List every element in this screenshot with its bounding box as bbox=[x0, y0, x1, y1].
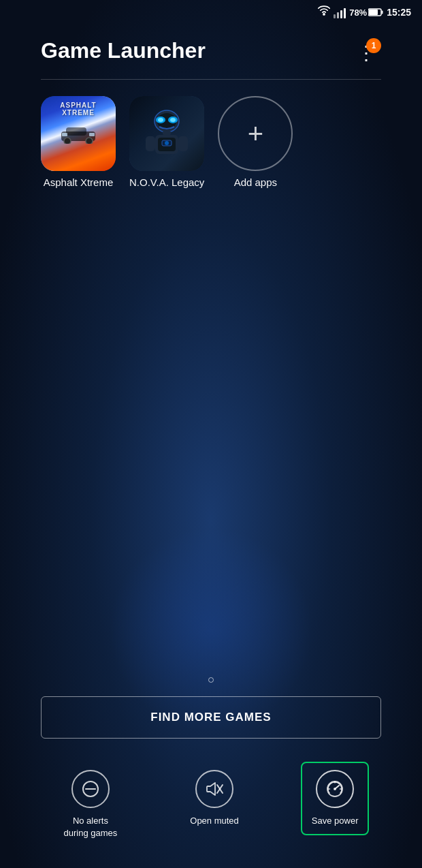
add-apps-label: Add apps bbox=[234, 176, 277, 188]
no-alerts-svg bbox=[82, 780, 99, 798]
status-bar: 78% 15:25 bbox=[0, 0, 422, 25]
page-dot-1 bbox=[208, 677, 214, 683]
battery-percentage: 78% bbox=[349, 7, 367, 18]
nova-figure bbox=[143, 106, 191, 161]
svg-rect-8 bbox=[62, 133, 67, 136]
svg-rect-22 bbox=[146, 136, 155, 151]
notification-button[interactable]: ⋮ 1 bbox=[351, 38, 381, 68]
asphalt-logo-text: ASPHALTXTREME bbox=[46, 102, 110, 117]
nova-label: N.O.V.A. Legacy bbox=[129, 176, 204, 188]
svg-point-15 bbox=[170, 118, 176, 122]
svg-rect-23 bbox=[178, 136, 188, 151]
game-item-asphalt[interactable]: ASPHALTXTREME Asphalt Xtreme bbox=[41, 96, 116, 188]
no-alerts-label: No alerts during games bbox=[64, 815, 118, 839]
svg-rect-5 bbox=[66, 127, 86, 136]
no-alerts-label-line2: during games bbox=[64, 827, 118, 839]
power-save-svg bbox=[325, 779, 344, 799]
wifi-icon bbox=[318, 5, 330, 20]
svg-rect-17 bbox=[163, 131, 171, 135]
status-icons: 78% 15:25 bbox=[318, 5, 411, 20]
mute-svg bbox=[205, 780, 224, 798]
main-content: Game Launcher ⋮ 1 ASPHALTXTREME bbox=[0, 25, 422, 868]
asphalt-car-shape bbox=[58, 123, 99, 144]
open-muted-label: Open muted bbox=[190, 815, 239, 827]
open-muted-icon bbox=[195, 770, 233, 808]
svg-point-7 bbox=[86, 138, 93, 144]
svg-rect-9 bbox=[89, 133, 95, 136]
app-title: Game Launcher bbox=[41, 38, 206, 63]
save-power-control[interactable]: Save power bbox=[301, 762, 370, 835]
signal-icon bbox=[334, 6, 346, 18]
no-alerts-control[interactable]: No alerts during games bbox=[53, 762, 129, 848]
header-divider bbox=[41, 79, 381, 80]
svg-point-14 bbox=[158, 118, 163, 122]
svg-rect-2 bbox=[369, 10, 378, 15]
battery-shape bbox=[368, 8, 383, 16]
battery-icon: 78% bbox=[349, 7, 383, 18]
svg-point-6 bbox=[64, 138, 71, 144]
svg-point-0 bbox=[323, 14, 325, 15]
plus-icon: + bbox=[248, 120, 263, 147]
save-power-label: Save power bbox=[312, 815, 359, 827]
asphalt-icon: ASPHALTXTREME bbox=[41, 96, 116, 171]
find-more-games-button[interactable]: FIND MORE GAMES bbox=[41, 696, 381, 739]
open-muted-control[interactable]: Open muted bbox=[179, 762, 250, 835]
bottom-controls: No alerts during games Open muted bbox=[0, 755, 422, 861]
no-alerts-label-line1: No alerts bbox=[64, 815, 118, 827]
add-apps-icon: + bbox=[218, 96, 293, 171]
nova-icon bbox=[129, 96, 204, 171]
notification-badge: 1 bbox=[366, 38, 381, 53]
no-alerts-icon bbox=[71, 770, 110, 808]
status-time: 15:25 bbox=[387, 7, 411, 18]
content-spacer bbox=[0, 202, 422, 677]
page-indicator bbox=[0, 677, 422, 683]
game-item-nova[interactable]: N.O.V.A. Legacy bbox=[129, 96, 204, 188]
header: Game Launcher ⋮ 1 bbox=[0, 25, 422, 68]
save-power-icon bbox=[316, 770, 354, 808]
asphalt-label: Asphalt Xtreme bbox=[44, 176, 114, 188]
svg-point-21 bbox=[165, 141, 169, 145]
game-item-add-apps[interactable]: + Add apps bbox=[218, 96, 293, 188]
games-grid: ASPHALTXTREME Asphalt Xtreme bbox=[0, 96, 422, 188]
svg-rect-3 bbox=[382, 11, 383, 14]
svg-point-33 bbox=[334, 788, 336, 790]
